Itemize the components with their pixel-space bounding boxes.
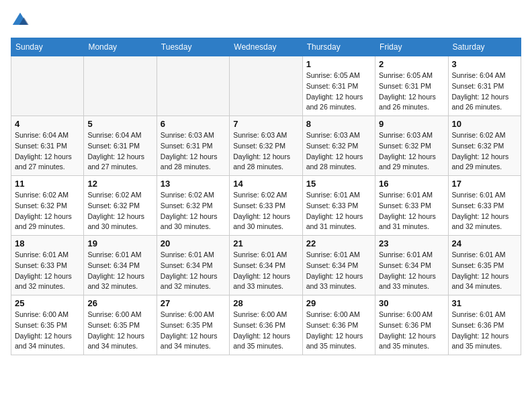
calendar-cell: 18Sunrise: 6:01 AM Sunset: 6:33 PM Dayli…	[11, 236, 84, 295]
calendar-cell: 19Sunrise: 6:01 AM Sunset: 6:34 PM Dayli…	[84, 236, 157, 295]
day-number: 29	[306, 298, 371, 308]
calendar-cell: 25Sunrise: 6:00 AM Sunset: 6:35 PM Dayli…	[11, 295, 84, 355]
calendar-cell: 29Sunrise: 6:00 AM Sunset: 6:36 PM Dayli…	[302, 295, 375, 355]
day-number: 16	[379, 179, 444, 189]
day-info: Sunrise: 6:05 AM Sunset: 6:31 PM Dayligh…	[379, 71, 444, 113]
logo-icon	[11, 11, 30, 30]
logo	[11, 11, 31, 30]
day-number: 9	[379, 119, 444, 129]
day-number: 10	[452, 119, 517, 129]
calendar-cell: 5Sunrise: 6:04 AM Sunset: 6:31 PM Daylig…	[84, 116, 157, 176]
day-number: 8	[306, 119, 371, 129]
calendar-cell: 12Sunrise: 6:02 AM Sunset: 6:32 PM Dayli…	[84, 176, 157, 236]
day-info: Sunrise: 6:01 AM Sunset: 6:34 PM Dayligh…	[161, 250, 226, 292]
day-info: Sunrise: 6:01 AM Sunset: 6:33 PM Dayligh…	[15, 250, 80, 292]
day-info: Sunrise: 6:00 AM Sunset: 6:36 PM Dayligh…	[379, 310, 444, 352]
day-number: 25	[15, 298, 80, 308]
day-number: 18	[15, 238, 80, 248]
calendar-cell: 2Sunrise: 6:05 AM Sunset: 6:31 PM Daylig…	[375, 56, 448, 116]
calendar-cell: 26Sunrise: 6:00 AM Sunset: 6:35 PM Dayli…	[84, 295, 157, 355]
calendar-cell: 30Sunrise: 6:00 AM Sunset: 6:36 PM Dayli…	[375, 295, 448, 355]
day-info: Sunrise: 6:05 AM Sunset: 6:31 PM Dayligh…	[306, 71, 371, 113]
day-number: 27	[161, 298, 226, 308]
day-info: Sunrise: 6:02 AM Sunset: 6:33 PM Dayligh…	[233, 190, 298, 232]
day-info: Sunrise: 6:02 AM Sunset: 6:32 PM Dayligh…	[15, 190, 80, 232]
calendar-week-3: 11Sunrise: 6:02 AM Sunset: 6:32 PM Dayli…	[11, 176, 521, 236]
page-header	[11, 11, 521, 30]
day-info: Sunrise: 6:01 AM Sunset: 6:35 PM Dayligh…	[452, 250, 517, 292]
day-number: 14	[233, 179, 298, 189]
day-info: Sunrise: 6:03 AM Sunset: 6:32 PM Dayligh…	[379, 130, 444, 173]
day-info: Sunrise: 6:04 AM Sunset: 6:31 PM Dayligh…	[15, 130, 80, 173]
day-number: 7	[233, 119, 298, 129]
day-number: 21	[233, 238, 298, 248]
day-number: 28	[233, 298, 298, 308]
day-info: Sunrise: 6:03 AM Sunset: 6:31 PM Dayligh…	[161, 130, 226, 173]
calendar-week-5: 25Sunrise: 6:00 AM Sunset: 6:35 PM Dayli…	[11, 295, 521, 355]
calendar-cell: 15Sunrise: 6:01 AM Sunset: 6:33 PM Dayli…	[302, 176, 375, 236]
day-number: 17	[452, 179, 517, 189]
day-number: 23	[379, 238, 444, 248]
day-number: 6	[161, 119, 226, 129]
day-info: Sunrise: 6:01 AM Sunset: 6:33 PM Dayligh…	[379, 190, 444, 232]
calendar-cell: 17Sunrise: 6:01 AM Sunset: 6:33 PM Dayli…	[448, 176, 521, 236]
day-info: Sunrise: 6:02 AM Sunset: 6:32 PM Dayligh…	[161, 190, 226, 232]
weekday-header-wednesday: Wednesday	[230, 38, 302, 56]
calendar-cell: 3Sunrise: 6:04 AM Sunset: 6:31 PM Daylig…	[448, 56, 521, 116]
day-info: Sunrise: 6:00 AM Sunset: 6:36 PM Dayligh…	[233, 310, 298, 352]
calendar-table: SundayMondayTuesdayWednesdayThursdayFrid…	[11, 38, 521, 355]
day-info: Sunrise: 6:02 AM Sunset: 6:32 PM Dayligh…	[452, 130, 517, 173]
calendar-cell	[11, 56, 84, 116]
calendar-header-row: SundayMondayTuesdayWednesdayThursdayFrid…	[11, 38, 521, 56]
weekday-header-thursday: Thursday	[302, 38, 375, 56]
weekday-header-sunday: Sunday	[11, 38, 84, 56]
day-number: 1	[306, 59, 371, 69]
day-info: Sunrise: 6:04 AM Sunset: 6:31 PM Dayligh…	[452, 71, 517, 113]
day-info: Sunrise: 6:02 AM Sunset: 6:32 PM Dayligh…	[87, 190, 152, 232]
day-number: 2	[379, 59, 444, 69]
calendar-cell: 22Sunrise: 6:01 AM Sunset: 6:34 PM Dayli…	[302, 236, 375, 295]
day-info: Sunrise: 6:00 AM Sunset: 6:35 PM Dayligh…	[87, 310, 152, 352]
calendar-cell: 28Sunrise: 6:00 AM Sunset: 6:36 PM Dayli…	[230, 295, 302, 355]
weekday-header-friday: Friday	[375, 38, 448, 56]
day-info: Sunrise: 6:03 AM Sunset: 6:32 PM Dayligh…	[233, 130, 298, 173]
day-info: Sunrise: 6:01 AM Sunset: 6:33 PM Dayligh…	[452, 190, 517, 232]
calendar-cell	[230, 56, 302, 116]
calendar-week-4: 18Sunrise: 6:01 AM Sunset: 6:33 PM Dayli…	[11, 236, 521, 295]
calendar-cell: 23Sunrise: 6:01 AM Sunset: 6:34 PM Dayli…	[375, 236, 448, 295]
calendar-cell: 21Sunrise: 6:01 AM Sunset: 6:34 PM Dayli…	[230, 236, 302, 295]
calendar-cell	[157, 56, 229, 116]
calendar-cell: 8Sunrise: 6:03 AM Sunset: 6:32 PM Daylig…	[302, 116, 375, 176]
day-number: 26	[87, 298, 152, 308]
day-number: 15	[306, 179, 371, 189]
calendar-cell: 14Sunrise: 6:02 AM Sunset: 6:33 PM Dayli…	[230, 176, 302, 236]
calendar-week-1: 1Sunrise: 6:05 AM Sunset: 6:31 PM Daylig…	[11, 56, 521, 116]
day-info: Sunrise: 6:01 AM Sunset: 6:34 PM Dayligh…	[306, 250, 371, 292]
calendar-cell: 7Sunrise: 6:03 AM Sunset: 6:32 PM Daylig…	[230, 116, 302, 176]
day-info: Sunrise: 6:00 AM Sunset: 6:35 PM Dayligh…	[161, 310, 226, 352]
calendar-cell: 13Sunrise: 6:02 AM Sunset: 6:32 PM Dayli…	[157, 176, 229, 236]
calendar-cell	[84, 56, 157, 116]
day-number: 20	[161, 238, 226, 248]
calendar-cell: 4Sunrise: 6:04 AM Sunset: 6:31 PM Daylig…	[11, 116, 84, 176]
day-number: 4	[15, 119, 80, 129]
day-number: 19	[87, 238, 152, 248]
day-number: 13	[161, 179, 226, 189]
day-number: 12	[87, 179, 152, 189]
day-info: Sunrise: 6:04 AM Sunset: 6:31 PM Dayligh…	[87, 130, 152, 173]
weekday-header-tuesday: Tuesday	[157, 38, 229, 56]
day-info: Sunrise: 6:00 AM Sunset: 6:36 PM Dayligh…	[306, 310, 371, 352]
calendar-cell: 16Sunrise: 6:01 AM Sunset: 6:33 PM Dayli…	[375, 176, 448, 236]
calendar-cell: 27Sunrise: 6:00 AM Sunset: 6:35 PM Dayli…	[157, 295, 229, 355]
day-info: Sunrise: 6:01 AM Sunset: 6:34 PM Dayligh…	[87, 250, 152, 292]
weekday-header-saturday: Saturday	[448, 38, 521, 56]
calendar-cell: 9Sunrise: 6:03 AM Sunset: 6:32 PM Daylig…	[375, 116, 448, 176]
day-number: 11	[15, 179, 80, 189]
day-number: 31	[452, 298, 517, 308]
day-info: Sunrise: 6:01 AM Sunset: 6:36 PM Dayligh…	[452, 310, 517, 352]
calendar-cell: 10Sunrise: 6:02 AM Sunset: 6:32 PM Dayli…	[448, 116, 521, 176]
day-number: 5	[87, 119, 152, 129]
weekday-header-monday: Monday	[84, 38, 157, 56]
calendar-week-2: 4Sunrise: 6:04 AM Sunset: 6:31 PM Daylig…	[11, 116, 521, 176]
day-number: 24	[452, 238, 517, 248]
